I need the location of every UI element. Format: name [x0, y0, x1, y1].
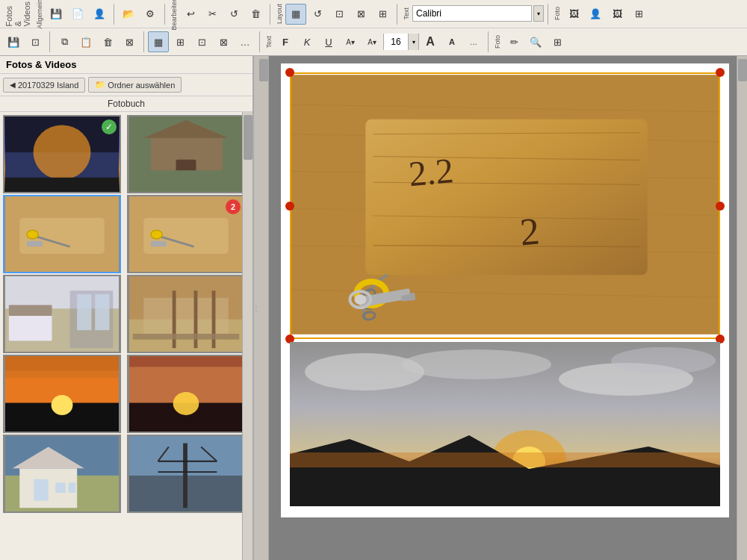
sep5 — [548, 4, 548, 25]
foto-btn4[interactable]: ⊞ — [628, 4, 649, 25]
sep2 — [164, 4, 165, 25]
new-button[interactable]: 📄 — [67, 4, 88, 25]
svg-rect-32 — [212, 290, 216, 348]
font-U-btn[interactable]: U — [318, 31, 339, 52]
toolbar-group-row2-allgemein: 💾 ⊡ — [3, 31, 46, 52]
handle-tr[interactable] — [716, 68, 725, 77]
person-button[interactable]: 👤 — [89, 4, 110, 25]
row2-layout-active[interactable]: ▦ — [148, 31, 169, 52]
foto-edit-btn[interactable]: ✏ — [503, 31, 524, 52]
label-text-row2: Text — [264, 33, 274, 52]
photo-thumb-3[interactable] — [3, 195, 121, 273]
row2-del-btn[interactable]: 🗑 — [97, 31, 118, 52]
font-name-input[interactable]: Calibri — [412, 5, 532, 22]
label-allgemein: Fotos & Videos — [3, 0, 33, 29]
font-size-input[interactable]: 16 — [384, 34, 408, 50]
row2-layout4[interactable]: ⊠ — [213, 31, 234, 52]
photo-thumb-1[interactable]: ✓ — [3, 115, 121, 193]
font-color-btn[interactable]: A▾ — [340, 31, 361, 52]
svg-point-41 — [173, 392, 199, 415]
image-frame-1[interactable]: 2.2 2 — [290, 72, 720, 339]
photo-thumb-5[interactable] — [3, 275, 121, 353]
photo-thumb-6[interactable] — [127, 275, 245, 353]
foto-btn2[interactable]: 👤 — [585, 4, 606, 25]
svg-point-13 — [27, 230, 38, 239]
layout-btn3[interactable]: ⊡ — [329, 4, 350, 25]
foto-search-btn[interactable]: 🔍 — [525, 31, 546, 52]
label-allgemein-text: Allgemein — [34, 0, 45, 31]
nav-back-button[interactable]: ◀ 20170329 Island — [3, 78, 85, 93]
foto-btn3[interactable]: 🖼 — [607, 4, 627, 25]
font-F-btn[interactable]: F — [275, 31, 296, 52]
handle-tl[interactable] — [285, 68, 294, 77]
photo-thumb-7[interactable] — [3, 355, 121, 433]
svg-rect-52 — [183, 444, 187, 508]
sep6 — [49, 31, 50, 52]
rotate-left-button[interactable]: ↩ — [180, 4, 201, 25]
svg-rect-9 — [129, 170, 243, 192]
toolbar-group-row2-foto: Foto ✏ 🔍 ⊞ — [492, 31, 568, 52]
foto-btn1[interactable]: 🖼 — [563, 4, 584, 25]
layout-btn4[interactable]: ⊠ — [350, 4, 371, 25]
photo-thumb-8[interactable] — [127, 355, 245, 433]
svg-rect-23 — [9, 305, 52, 315]
font-small-btn[interactable]: A — [441, 31, 462, 52]
foto-grid-btn[interactable]: ⊞ — [547, 31, 568, 52]
svg-rect-14 — [27, 241, 43, 247]
layout-btn2[interactable]: ↺ — [307, 4, 328, 25]
settings-button[interactable]: ⚙ — [140, 4, 161, 25]
save-button[interactable]: 💾 — [46, 4, 66, 25]
font-dropdown-arrow[interactable]: ▾ — [533, 5, 544, 22]
photo-thumb-2[interactable] — [127, 115, 245, 193]
content-vscrollbar[interactable] — [258, 56, 269, 560]
handle-mr[interactable] — [716, 202, 725, 211]
row2-copy-btn[interactable]: ⧉ — [54, 31, 75, 52]
row2-btn5[interactable]: ⊠ — [119, 31, 140, 52]
photo-grid: ✓ — [0, 112, 252, 516]
font-more-btn[interactable]: … — [463, 31, 484, 52]
left-panel: Fotos & Videos ◀ 20170329 Island 📁 Ordne… — [0, 56, 254, 560]
right-scrollbar[interactable] — [737, 56, 747, 560]
svg-point-84 — [402, 349, 551, 379]
font-size-dropdown[interactable]: ▾ — [408, 34, 418, 50]
label-foto-row2: Foto — [492, 32, 503, 52]
photo-thumb-4[interactable]: 2 — [127, 195, 245, 273]
font-selector: Calibri ▾ — [412, 5, 544, 22]
back-arrow-icon: ◀ — [10, 81, 16, 89]
toolbar-group-layout: Layout ▦ ↺ ⊡ ⊠ ⊞ — [274, 1, 393, 27]
photo-thumb-9[interactable] — [3, 435, 121, 513]
key-image: 2.2 2 — [291, 74, 719, 335]
font-highlight-btn[interactable]: A▾ — [362, 31, 382, 52]
photo-thumb-10[interactable] — [127, 435, 245, 513]
font-K-btn[interactable]: K — [297, 31, 317, 52]
nav-folder-button[interactable]: 📁 Ordner auswählen — [88, 77, 182, 93]
handle-ml[interactable] — [285, 202, 294, 211]
image-border-1: 2.2 2 — [290, 72, 720, 339]
toolbar-row1: Fotos & Videos Allgemein 💾 📄 👤 📂 ⚙ Bearb… — [0, 0, 747, 28]
svg-rect-64 — [365, 119, 647, 276]
svg-rect-25 — [77, 294, 91, 330]
row2-layout3[interactable]: ⊡ — [191, 31, 212, 52]
svg-rect-22 — [9, 312, 52, 340]
svg-rect-29 — [143, 298, 229, 334]
row2-btn1[interactable]: 💾 — [3, 31, 24, 52]
undo-button[interactable]: ↺ — [223, 4, 244, 25]
image-frame-2[interactable] — [290, 342, 720, 508]
panel-header: Fotos & Videos — [0, 56, 252, 74]
row2-layout2[interactable]: ⊞ — [170, 31, 190, 52]
layout-active-button[interactable]: ▦ — [285, 4, 306, 25]
svg-rect-26 — [95, 294, 109, 330]
layout-btn5[interactable]: ⊞ — [372, 4, 393, 25]
toolbar-group-row2-text: Text F K U A▾ A▾ 16 ▾ A A … — [264, 31, 484, 52]
toolbar-group-row2-edit: ⧉ 📋 🗑 ⊠ — [54, 31, 140, 52]
font-large-btn[interactable]: A — [420, 31, 441, 52]
svg-text:2.2: 2.2 — [407, 151, 455, 193]
delete-button[interactable]: 🗑 — [245, 4, 266, 25]
row2-paste-btn[interactable]: 📋 — [75, 31, 96, 52]
open-button[interactable]: 📂 — [118, 4, 139, 25]
row2-btn2[interactable]: ⊡ — [25, 31, 46, 52]
row2-layout5[interactable]: … — [235, 31, 255, 52]
right-scrollbar-thumb — [738, 59, 747, 81]
left-scrollbar[interactable] — [242, 112, 252, 560]
cut-button[interactable]: ✂ — [202, 4, 223, 25]
